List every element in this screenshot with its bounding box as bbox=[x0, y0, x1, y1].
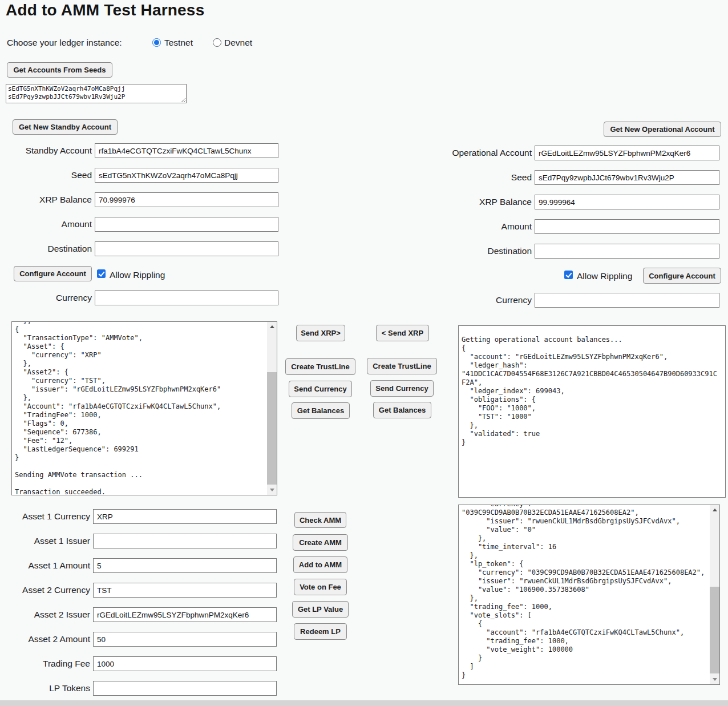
asset2-currency-input[interactable] bbox=[93, 583, 277, 598]
radio-dot-icon bbox=[154, 40, 159, 45]
redeem-lp-button[interactable]: Redeem LP bbox=[294, 623, 347, 640]
standby-allow-rippling-checkbox[interactable] bbox=[97, 269, 106, 278]
asset2-issuer-input[interactable] bbox=[93, 607, 277, 622]
operational-destination-input[interactable] bbox=[535, 244, 719, 259]
page-title: Add to AMM Test Harness bbox=[6, 1, 204, 19]
lp-tokens-input[interactable] bbox=[93, 681, 277, 696]
check-amm-button[interactable]: Check AMM bbox=[294, 512, 346, 528]
operational-amount-input[interactable] bbox=[535, 219, 719, 234]
standby-results-text: }, { "TransactionType": "AMMVote", "Asse… bbox=[12, 322, 267, 495]
asset1-currency-row: Asset 1 Currency bbox=[6, 509, 277, 524]
scroll-down-icon[interactable] bbox=[267, 485, 277, 495]
asset1-issuer-input[interactable] bbox=[93, 534, 277, 548]
standby-destination-row: Destination bbox=[6, 241, 278, 256]
standby-currency-label: Currency bbox=[6, 293, 95, 303]
get-accounts-from-seeds-button[interactable]: Get Accounts From Seeds bbox=[7, 62, 112, 78]
operational-get-balances-button[interactable]: Get Balances bbox=[373, 402, 431, 418]
operational-results-text: Getting operational account balances... … bbox=[459, 326, 725, 448]
operational-send-currency-button[interactable]: Send Currency bbox=[370, 380, 434, 397]
check-icon bbox=[98, 270, 104, 277]
radio-testnet[interactable] bbox=[152, 38, 161, 47]
scroll-up-icon[interactable] bbox=[710, 505, 719, 515]
create-amm-button[interactable]: Create AMM bbox=[293, 534, 348, 551]
operational-seed-input[interactable] bbox=[535, 170, 719, 185]
standby-seed-input[interactable] bbox=[95, 168, 278, 183]
send-xrp-to-operational-button[interactable]: Send XRP> bbox=[296, 325, 345, 341]
asset1-amount-label: Asset 1 Amount bbox=[6, 560, 93, 571]
asset2-amount-input[interactable] bbox=[93, 632, 277, 647]
standby-results-scrollbar[interactable] bbox=[267, 322, 277, 495]
radio-devnet-label[interactable]: Devnet bbox=[224, 38, 252, 48]
asset2-currency-label: Asset 2 Currency bbox=[6, 585, 93, 595]
scrollbar-thumb[interactable] bbox=[267, 372, 277, 485]
get-new-standby-account-button[interactable]: Get New Standby Account bbox=[13, 119, 118, 135]
operational-results-textarea[interactable]: Getting operational account balances... … bbox=[458, 325, 726, 498]
operational-allow-rippling-checkbox[interactable] bbox=[564, 271, 573, 279]
operational-currency-input[interactable] bbox=[535, 293, 719, 308]
scroll-down-icon[interactable] bbox=[710, 675, 719, 684]
vote-on-fee-button[interactable]: Vote on Fee bbox=[294, 579, 347, 595]
standby-send-currency-button[interactable]: Send Currency bbox=[289, 381, 352, 397]
standby-seed-label: Seed bbox=[6, 170, 95, 180]
operational-xrp-balance-input[interactable] bbox=[535, 195, 719, 209]
operational-configure-account-button[interactable]: Configure Account bbox=[643, 268, 721, 284]
standby-xrp-balance-label: XRP Balance bbox=[6, 195, 95, 205]
operational-create-trustline-button[interactable]: Create TrustLine bbox=[367, 358, 437, 374]
seeds-textarea[interactable]: sEdTG5nXThKWZoV2aqrh47oMCa8Pqjj sEd7Pqy9… bbox=[6, 84, 187, 103]
standby-currency-input[interactable] bbox=[95, 291, 278, 305]
send-xrp-to-standby-button[interactable]: < Send XRP bbox=[376, 325, 429, 341]
asset1-amount-input[interactable] bbox=[93, 558, 277, 573]
trading-fee-label: Trading Fee bbox=[6, 659, 93, 669]
get-lp-value-button[interactable]: Get LP Value bbox=[292, 601, 349, 618]
asset2-amount-label: Asset 2 Amount bbox=[6, 634, 93, 644]
add-to-amm-button[interactable]: Add to AMM bbox=[293, 556, 347, 573]
standby-account-row: Standby Account bbox=[6, 143, 278, 158]
amm-results-scrollbar[interactable] bbox=[710, 505, 719, 684]
asset2-amount-row: Asset 2 Amount bbox=[6, 632, 277, 647]
asset2-issuer-row: Asset 2 Issuer bbox=[6, 607, 277, 622]
asset1-issuer-label: Asset 1 Issuer bbox=[6, 536, 93, 546]
scrollbar-thumb[interactable] bbox=[710, 587, 719, 673]
operational-allow-rippling-label[interactable]: Allow Rippling bbox=[577, 271, 632, 281]
operational-seed-label: Seed bbox=[431, 172, 535, 183]
standby-allow-rippling-label[interactable]: Allow Rippling bbox=[110, 270, 165, 280]
ledger-instance-label: Choose your ledger instance: bbox=[7, 38, 122, 48]
radio-testnet-label[interactable]: Testnet bbox=[164, 38, 193, 48]
standby-create-trustline-button[interactable]: Create TrustLine bbox=[285, 358, 355, 375]
standby-configure-account-button[interactable]: Configure Account bbox=[14, 266, 92, 281]
standby-account-input[interactable] bbox=[95, 143, 278, 158]
page-bottom-bar bbox=[0, 700, 728, 706]
standby-amount-input[interactable] bbox=[95, 217, 278, 232]
operational-account-row: Operational Account bbox=[431, 146, 719, 160]
operational-seed-row: Seed bbox=[431, 170, 719, 185]
asset1-currency-label: Asset 1 Currency bbox=[6, 511, 93, 522]
operational-account-label: Operational Account bbox=[431, 148, 535, 158]
amm-test-harness-page: { "colors": { "accent": "#1a73e8", "butt… bbox=[0, 0, 728, 706]
amm-results-text: "currency": "039C99CD9AB0B70B32ECDA51EAA… bbox=[459, 505, 710, 681]
get-new-operational-account-button[interactable]: Get New Operational Account bbox=[604, 122, 721, 137]
standby-amount-label: Amount bbox=[6, 219, 95, 229]
asset2-issuer-label: Asset 2 Issuer bbox=[6, 610, 93, 620]
trading-fee-row: Trading Fee bbox=[6, 656, 277, 671]
trading-fee-input[interactable] bbox=[93, 656, 277, 671]
standby-destination-label: Destination bbox=[6, 244, 95, 254]
standby-xrp-balance-input[interactable] bbox=[95, 192, 278, 207]
radio-devnet[interactable] bbox=[213, 38, 221, 47]
standby-get-balances-button[interactable]: Get Balances bbox=[292, 402, 350, 419]
standby-results-textarea[interactable]: }, { "TransactionType": "AMMVote", "Asse… bbox=[11, 321, 277, 495]
lp-tokens-row: LP Tokens bbox=[6, 681, 277, 696]
standby-xrp-balance-row: XRP Balance bbox=[6, 192, 278, 207]
operational-destination-row: Destination bbox=[431, 244, 719, 259]
check-icon bbox=[565, 271, 572, 278]
standby-currency-row: Currency bbox=[6, 291, 278, 305]
asset1-currency-input[interactable] bbox=[93, 509, 277, 524]
standby-destination-input[interactable] bbox=[95, 241, 278, 256]
operational-account-input[interactable] bbox=[535, 146, 719, 160]
operational-xrp-balance-label: XRP Balance bbox=[431, 197, 535, 207]
operational-amount-row: Amount bbox=[431, 219, 719, 234]
scroll-up-icon[interactable] bbox=[267, 322, 277, 332]
operational-amount-label: Amount bbox=[431, 221, 535, 232]
operational-currency-row: Currency bbox=[431, 293, 719, 308]
standby-account-label: Standby Account bbox=[6, 146, 95, 156]
amm-results-textarea[interactable]: "currency": "039C99CD9AB0B70B32ECDA51EAA… bbox=[458, 505, 720, 685]
